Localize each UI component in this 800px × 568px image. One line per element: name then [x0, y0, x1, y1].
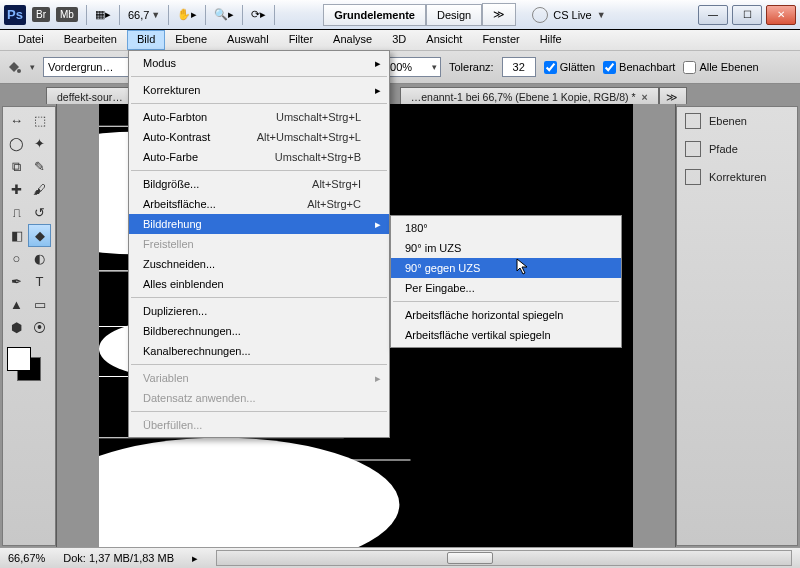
cslive-label[interactable]: CS Live — [553, 9, 592, 21]
contiguous-checkbox[interactable]: Benachbart — [603, 61, 675, 74]
close-button[interactable]: ✕ — [766, 5, 796, 25]
antialias-label: Glätten — [560, 61, 595, 73]
rotate-view-icon[interactable]: ⟳▸ — [251, 8, 266, 21]
bridge-icon[interactable]: Br — [32, 7, 50, 22]
history-brush-tool[interactable]: ↺ — [28, 201, 51, 224]
paths-icon — [685, 141, 701, 157]
menu-bearbeiten[interactable]: Bearbeiten — [54, 30, 127, 50]
menu-item[interactable]: Bilddrehung▸ — [129, 214, 389, 234]
workspace-more[interactable]: ≫ — [482, 3, 516, 26]
menu-item[interactable]: Modus▸ — [129, 53, 389, 73]
workspace-primary[interactable]: Grundelemente — [323, 4, 426, 26]
menu-item[interactable]: Kanalberechnungen... — [129, 341, 389, 361]
layers-icon — [685, 113, 701, 129]
h-scrollbar[interactable] — [216, 550, 792, 566]
menu-item[interactable]: Auto-FarbtonUmschalt+Strg+L — [129, 107, 389, 127]
menu-separator — [131, 297, 387, 298]
blur-tool[interactable]: ○ — [5, 247, 28, 270]
menu-item[interactable]: Arbeitsfläche vertikal spiegeln — [391, 325, 621, 345]
menu-item[interactable]: Korrekturen▸ — [129, 80, 389, 100]
menu-analyse[interactable]: Analyse — [323, 30, 382, 50]
options-bar: ▾ Vordergrun… 100% Toleranz: Glätten Ben… — [0, 51, 800, 84]
eyedropper-tool[interactable]: ✎ — [28, 155, 51, 178]
app-icon-ps: Ps — [4, 5, 26, 25]
minimize-button[interactable]: — — [698, 5, 728, 25]
menu-item-label: Alles einblenden — [143, 278, 224, 290]
scrollbar-thumb[interactable] — [447, 552, 493, 564]
menu-fenster[interactable]: Fenster — [472, 30, 529, 50]
magic-wand-tool[interactable]: ✦ — [28, 132, 51, 155]
all-layers-label: Alle Ebenen — [699, 61, 758, 73]
antialias-checkbox[interactable]: Glätten — [544, 61, 595, 74]
brush-tool[interactable]: 🖌 — [28, 178, 51, 201]
menu-item[interactable]: 90° gegen UZS — [391, 258, 621, 278]
dodge-tool[interactable]: ◐ — [28, 247, 51, 270]
zoom-tool-icon[interactable]: 🔍▸ — [214, 8, 234, 21]
tool-preset-dropdown[interactable]: ▾ — [30, 62, 35, 72]
color-swatches[interactable] — [5, 345, 47, 387]
sep — [205, 5, 206, 25]
menu-ebene[interactable]: Ebene — [165, 30, 217, 50]
all-layers-checkbox[interactable]: Alle Ebenen — [683, 61, 758, 74]
workspace-secondary[interactable]: Design — [426, 4, 482, 26]
dropdown-icon[interactable]: ▼ — [597, 10, 606, 20]
panel-korrekturen[interactable]: Korrekturen — [677, 163, 797, 191]
tab-close-icon[interactable]: × — [642, 91, 648, 103]
dropdown-icon[interactable]: ▼ — [151, 10, 160, 20]
fg-color-swatch[interactable] — [7, 347, 31, 371]
menu-datei[interactable]: Datei — [8, 30, 54, 50]
menu-item[interactable]: Auto-FarbeUmschalt+Strg+B — [129, 147, 389, 167]
view-arrange-icon[interactable]: ▦▸ — [95, 8, 111, 21]
zoom-level[interactable]: 66,7 ▼ — [128, 9, 160, 21]
status-zoom[interactable]: 66,67% — [8, 552, 45, 564]
panel-pfade[interactable]: Pfade — [677, 135, 797, 163]
menu-item[interactable]: Arbeitsfläche horizontal spiegeln — [391, 305, 621, 325]
panel-ebenen[interactable]: Ebenen — [677, 107, 797, 135]
camera-tool[interactable]: ⦿ — [28, 316, 51, 339]
stamp-tool[interactable]: ⎍ — [5, 201, 28, 224]
crop-tool[interactable]: ⧉ — [5, 155, 28, 178]
paint-bucket-tool[interactable]: ◆ — [28, 224, 51, 247]
menu-hilfe[interactable]: Hilfe — [530, 30, 572, 50]
menu-item[interactable]: Auto-KontrastAlt+Umschalt+Strg+L — [129, 127, 389, 147]
menu-item[interactable]: Arbeitsfläche...Alt+Strg+C — [129, 194, 389, 214]
menu-item[interactable]: Alles einblenden — [129, 274, 389, 294]
menu-shortcut: Alt+Umschalt+Strg+L — [257, 131, 361, 143]
submenu-bilddrehung: 180°90° im UZS90° gegen UZSPer Eingabe..… — [390, 215, 622, 348]
menu-item[interactable]: Bildberechnungen... — [129, 321, 389, 341]
healing-tool[interactable]: ✚ — [5, 178, 28, 201]
type-tool[interactable]: T — [28, 270, 51, 293]
menu-item[interactable]: Bildgröße...Alt+Strg+I — [129, 174, 389, 194]
move-tool[interactable]: ↔ — [5, 109, 28, 132]
menu-separator — [131, 170, 387, 171]
status-menu-icon[interactable]: ▸ — [192, 552, 198, 565]
menu-bild[interactable]: Bild — [127, 30, 165, 50]
marquee-tool[interactable]: ⬚ — [28, 109, 51, 132]
path-select-tool[interactable]: ▲ — [5, 293, 28, 316]
menu-item[interactable]: 90° im UZS — [391, 238, 621, 258]
menu-item[interactable]: 180° — [391, 218, 621, 238]
panels-dock: Ebenen Pfade Korrekturen — [676, 106, 798, 546]
menu-item[interactable]: Duplizieren... — [129, 301, 389, 321]
pen-tool[interactable]: ✒ — [5, 270, 28, 293]
maximize-button[interactable]: ☐ — [732, 5, 762, 25]
menu-item[interactable]: Per Eingabe... — [391, 278, 621, 298]
3d-tool[interactable]: ⬢ — [5, 316, 28, 339]
lasso-tool[interactable]: ◯ — [5, 132, 28, 155]
menu-item-label: Korrekturen — [143, 84, 200, 96]
menu-item[interactable]: Zuschneiden... — [129, 254, 389, 274]
menu-3d[interactable]: 3D — [382, 30, 416, 50]
menu-ansicht[interactable]: Ansicht — [416, 30, 472, 50]
menu-auswahl[interactable]: Auswahl — [217, 30, 279, 50]
submenu-arrow-icon: ▸ — [375, 57, 381, 70]
minibridge-icon[interactable]: Mb — [56, 7, 78, 22]
hand-tool-icon[interactable]: ✋▸ — [177, 8, 197, 21]
menu-filter[interactable]: Filter — [279, 30, 323, 50]
menu-item-label: Duplizieren... — [143, 305, 207, 317]
tolerance-input[interactable] — [502, 57, 536, 77]
menu-separator — [131, 76, 387, 77]
submenu-arrow-icon: ▸ — [375, 218, 381, 231]
shape-tool[interactable]: ▭ — [28, 293, 51, 316]
eraser-tool[interactable]: ◧ — [5, 224, 28, 247]
paint-bucket-icon[interactable] — [6, 59, 22, 75]
